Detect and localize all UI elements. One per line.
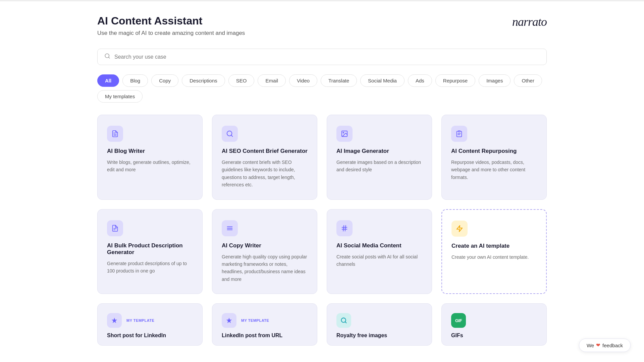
- page-header: AI Content Assistant Use the magic of AI…: [97, 15, 547, 37]
- card-bulk-product[interactable]: AI Bulk Product Description GeneratorGen…: [97, 209, 203, 294]
- feedback-button[interactable]: We❤feedback: [579, 339, 631, 352]
- filter-tab-all[interactable]: All: [97, 74, 119, 87]
- svg-line-19: [345, 225, 346, 231]
- card-repurposing[interactable]: AI Content RepurposingRepurpose videos, …: [441, 115, 547, 200]
- bottom-card-badge-linkedin-short: MY TEMPLATE: [126, 318, 154, 322]
- card-image-gen[interactable]: AI Image GeneratorGenerate images based …: [327, 115, 432, 200]
- card-desc-social-media-content: Create social posts with AI for all soci…: [336, 253, 422, 268]
- card-title-image-gen: AI Image Generator: [336, 148, 422, 155]
- svg-line-5: [231, 135, 232, 136]
- header-left: AI Content Assistant Use the magic of AI…: [97, 15, 245, 37]
- filter-tab-video[interactable]: Video: [289, 74, 317, 87]
- svg-marker-20: [457, 225, 463, 231]
- card-icon-blog-writer: [107, 126, 123, 142]
- bottom-cards-row: MY TEMPLATEShort post for LinkedInMY TEM…: [97, 303, 547, 346]
- card-seo-brief[interactable]: AI SEO Content Brief GeneratorGenerate c…: [212, 115, 317, 200]
- svg-rect-8: [458, 131, 460, 132]
- bottom-card-linkedin-url[interactable]: MY TEMPLATELinkedIn post from URL: [212, 303, 317, 346]
- filter-tab-seo[interactable]: SEO: [228, 74, 255, 87]
- card-icon-repurposing: [451, 126, 467, 142]
- feedback-heart-icon: ❤: [596, 342, 600, 348]
- filter-tab-other[interactable]: Other: [514, 74, 542, 87]
- bottom-card-icon-gifs: GIF: [451, 313, 466, 328]
- bottom-card-icon-royalty-images: [336, 313, 351, 328]
- feedback-we-text: We: [587, 343, 594, 348]
- card-copy-writer[interactable]: AI Copy WriterGenerate high quality copy…: [212, 209, 317, 294]
- search-icon: [104, 53, 110, 61]
- filter-tab-email[interactable]: Email: [258, 74, 286, 87]
- bottom-card-icon-linkedin-short: [107, 313, 122, 328]
- card-desc-repurposing: Repurpose videos, podcasts, docs, webpag…: [451, 159, 537, 181]
- filter-tab-social-media[interactable]: Social Media: [360, 74, 405, 87]
- card-title-seo-brief: AI SEO Content Brief Generator: [222, 148, 308, 155]
- bottom-card-royalty-images[interactable]: Royalty free images: [327, 303, 432, 346]
- svg-line-22: [345, 322, 346, 323]
- card-title-blog-writer: AI Blog Writer: [107, 148, 193, 155]
- bottom-card-title-linkedin-short: Short post for LinkedIn: [107, 333, 193, 339]
- bottom-card-badge-linkedin-url: MY TEMPLATE: [241, 318, 269, 322]
- bottom-card-icon-linkedin-url: [222, 313, 236, 328]
- filter-tab-translate[interactable]: Translate: [321, 74, 357, 87]
- svg-point-7: [343, 132, 344, 133]
- card-icon-image-gen: [336, 126, 353, 142]
- card-desc-create-template: Create your own AI content template.: [451, 253, 537, 261]
- filter-tab-copy[interactable]: Copy: [151, 74, 178, 87]
- bottom-card-header-royalty-images: [336, 313, 422, 328]
- search-bar[interactable]: [97, 49, 547, 65]
- card-blog-writer[interactable]: AI Blog WriterWrite blogs, generate outl…: [97, 115, 203, 200]
- card-title-create-template: Create an AI template: [451, 243, 537, 249]
- card-icon-social-media-content: [336, 220, 353, 236]
- page-title: AI Content Assistant: [97, 15, 245, 27]
- card-title-repurposing: AI Content Repurposing: [451, 148, 537, 155]
- bottom-card-title-gifs: GIFs: [451, 333, 537, 339]
- card-icon-create-template: [451, 221, 468, 237]
- main-cards-grid: AI Blog WriterWrite blogs, generate outl…: [97, 115, 547, 294]
- card-title-social-media-content: AI Social Media Content: [336, 242, 422, 249]
- page-subtitle: Use the magic of AI to create amazing co…: [97, 30, 245, 37]
- card-desc-bulk-product: Generate product descriptions of up to 1…: [107, 260, 193, 275]
- bottom-card-header-linkedin-short: MY TEMPLATE: [107, 313, 193, 328]
- card-desc-image-gen: Generate images based on a description a…: [336, 159, 422, 174]
- card-title-copy-writer: AI Copy Writer: [222, 242, 308, 249]
- bottom-card-title-royalty-images: Royalty free images: [336, 333, 422, 339]
- bottom-card-title-linkedin-url: LinkedIn post from URL: [222, 333, 308, 339]
- logo: narrato: [512, 15, 547, 29]
- card-title-bulk-product: AI Bulk Product Description Generator: [107, 242, 193, 256]
- card-icon-copy-writer: [222, 220, 238, 236]
- filter-tab-blog[interactable]: Blog: [122, 74, 148, 87]
- filter-tab-descriptions[interactable]: Descriptions: [182, 74, 225, 87]
- filter-tab-ads[interactable]: Ads: [408, 74, 432, 87]
- card-desc-seo-brief: Generate content briefs with SEO guideli…: [222, 159, 308, 189]
- bottom-card-header-gifs: GIF: [451, 313, 537, 328]
- filter-tab-images[interactable]: Images: [479, 74, 511, 87]
- feedback-action-text: feedback: [602, 343, 623, 348]
- card-desc-copy-writer: Generate high quality copy using popular…: [222, 253, 308, 283]
- card-icon-seo-brief: [222, 126, 238, 142]
- card-create-template[interactable]: Create an AI templateCreate your own AI …: [441, 209, 547, 294]
- bottom-card-header-linkedin-url: MY TEMPLATE: [222, 313, 308, 328]
- filter-tabs: AllBlogCopyDescriptionsSEOEmailVideoTran…: [97, 74, 547, 103]
- filter-tab-repurpose[interactable]: Repurpose: [435, 74, 475, 87]
- bottom-card-gifs[interactable]: GIFGIFs: [441, 303, 547, 346]
- svg-line-1: [108, 57, 109, 58]
- card-icon-bulk-product: [107, 220, 123, 236]
- search-input[interactable]: [114, 54, 540, 60]
- filter-tab-my-templates[interactable]: My templates: [97, 90, 143, 103]
- bottom-card-linkedin-short[interactable]: MY TEMPLATEShort post for LinkedIn: [97, 303, 203, 346]
- svg-line-18: [343, 225, 344, 231]
- card-desc-blog-writer: Write blogs, generate outlines, optimize…: [107, 159, 193, 174]
- card-social-media-content[interactable]: AI Social Media ContentCreate social pos…: [327, 209, 432, 294]
